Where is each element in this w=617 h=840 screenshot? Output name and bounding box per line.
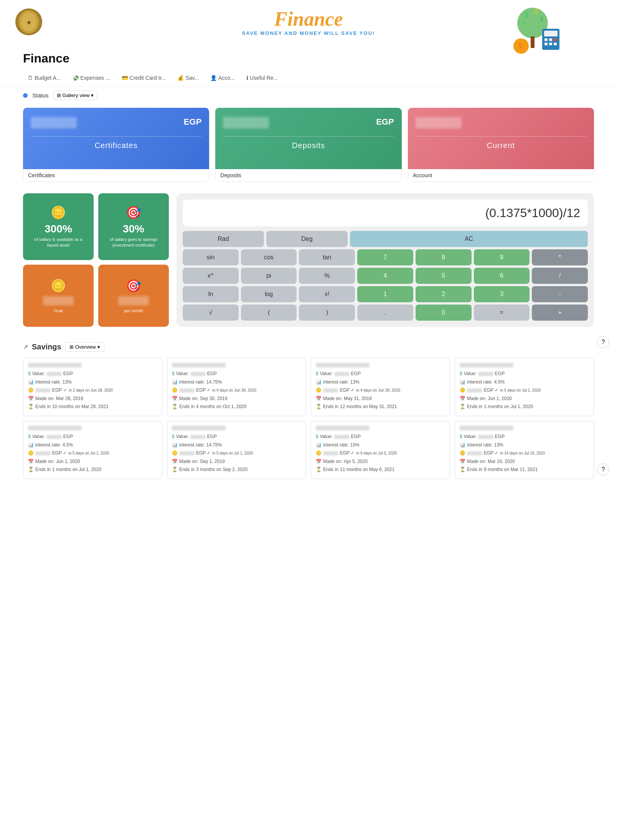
calc-pi[interactable]: pi (241, 268, 297, 284)
deposits-card[interactable]: EGP Deposits Deposits (215, 108, 401, 182)
saving-egp-row-1: 🪙 EGP ✓ in 2 days on Jun 28, 2020 (28, 386, 157, 395)
per-month-label: per month (124, 308, 143, 313)
calc-8[interactable]: 8 (416, 249, 472, 265)
end-icon-6: ⏳ (172, 466, 178, 474)
chart-icon-8: 📊 (460, 441, 465, 450)
calculator: (0.1375*1000)/12 Rad Deg AC sin cos tan … (177, 193, 594, 327)
saving-card-8[interactable]: $ Value: EGP 📊 interest rate: 13% 🪙 EGP … (455, 421, 594, 479)
nav-tabs: 🗒 Budget A... 💸 Expenses ... 💳 Credit Ca… (0, 69, 617, 87)
coin-icon-8: 🪙 (460, 449, 465, 458)
calc-ac[interactable]: AC (350, 231, 588, 247)
widget-300pct: 🪙 300% of sallary is available as a liqu… (23, 193, 94, 260)
cal-icon-7: 📅 (316, 458, 322, 466)
help-button-1[interactable]: ? (597, 336, 609, 348)
value-label-1: Value: (32, 370, 45, 378)
saving-made-row-1: 📅 Made on: Mar 28, 2019 (28, 395, 157, 403)
svg-text:$: $ (525, 11, 529, 19)
cal-icon-8: 📅 (460, 458, 465, 466)
saving-card-2[interactable]: $ Value: EGP 📊 interest rate: 14.75% 🪙 E… (167, 358, 306, 416)
svg-rect-11 (544, 38, 548, 41)
chart-icon-5: 📊 (28, 441, 34, 450)
dollar-icon-3: $ (316, 370, 318, 378)
svg-text:$: $ (535, 8, 538, 15)
overview-label: Overview (75, 344, 96, 350)
widget-30pct: 🎯 30% of sallary goes to savings (invest… (98, 193, 169, 260)
calc-rad[interactable]: Rad (183, 231, 264, 247)
tab-useful-label: Useful Re... (250, 75, 278, 81)
calc-4[interactable]: 4 (357, 268, 413, 284)
certificates-card[interactable]: EGP Certificates Certificates (23, 108, 209, 182)
calc-minus[interactable]: - (532, 286, 588, 302)
dollar-icon-8: $ (460, 433, 462, 441)
saving-title-blur-1 (28, 363, 82, 367)
calc-row-1: Rad Deg AC (183, 231, 588, 247)
calc-sqrt[interactable]: √ (183, 305, 239, 321)
widgets-section: 🪙 300% of sallary is available as a liqu… (0, 189, 617, 334)
tab-savings[interactable]: 💰 Sav... (173, 72, 203, 83)
goal-value-blur (43, 296, 74, 305)
tab-credit[interactable]: 💳 Credit Card tr... (117, 72, 171, 83)
saving-card-6[interactable]: $ Value: EGP 📊 interest rate: 14.75% 🪙 E… (167, 421, 306, 479)
calc-pct[interactable]: % (299, 268, 355, 284)
current-account-card[interactable]: Current Account (408, 108, 594, 182)
saving-card-4[interactable]: $ Value: EGP 📊 interest rate: 4.5% 🪙 EGP… (455, 358, 594, 416)
dollar-icon-5: $ (28, 433, 31, 441)
funnel-icon: 🎯 (126, 205, 141, 220)
calc-open-paren[interactable]: ( (241, 305, 297, 321)
tab-expenses[interactable]: 💸 Expenses ... (68, 72, 115, 83)
budget-icon: 🗒 (28, 75, 33, 81)
tab-useful[interactable]: ℹ Useful Re... (242, 72, 282, 83)
tab-expenses-label: Expenses ... (81, 75, 110, 81)
saving-card-3[interactable]: $ Value: EGP 📊 interest rate: 13% 🪙 EGP … (311, 358, 450, 416)
gallery-icon: ⊞ (57, 92, 61, 98)
calc-display: (0.1375*1000)/12 (183, 199, 588, 226)
help-button-2[interactable]: ? (597, 463, 609, 476)
calc-5[interactable]: 5 (416, 268, 472, 284)
header: ⚜ Finance SAVE MONEY AND MONEY WILL SAVE… (0, 0, 617, 44)
tab-accounts[interactable]: 👤 Acco... (206, 72, 239, 83)
calc-multiply[interactable]: * (532, 249, 588, 265)
calc-xpow[interactable]: x^ (183, 268, 239, 284)
gallery-view-label: Gallery view (63, 92, 90, 98)
calc-display-value: (0.1375*1000)/12 (485, 206, 580, 220)
widgets-left: 🪙 300% of sallary is available as a liqu… (23, 193, 169, 327)
calc-2[interactable]: 2 (416, 286, 472, 302)
calc-dot[interactable]: . (357, 305, 413, 321)
saving-card-1[interactable]: $ Value: EGP 📊 interest rate: 13% 🪙 EGP … (23, 358, 162, 416)
calc-ln[interactable]: ln (183, 286, 239, 302)
calc-3[interactable]: 3 (474, 286, 530, 302)
calc-1[interactable]: 1 (357, 286, 413, 302)
calc-cos[interactable]: cos (241, 249, 297, 265)
calc-log[interactable]: log (241, 286, 297, 302)
coin-icon-5: 🪙 (28, 449, 34, 458)
tab-budget[interactable]: 🗒 Budget A... (23, 72, 66, 83)
coin-icon-2: 🪙 (172, 386, 178, 395)
certificates-currency: EGP (184, 117, 201, 127)
current-amount (416, 117, 462, 128)
header-logo: ⚜ (15, 8, 42, 35)
calc-divide[interactable]: / (532, 268, 588, 284)
calc-factorial[interactable]: x! (299, 286, 355, 302)
calc-close-paren[interactable]: ) (299, 305, 355, 321)
calc-deg[interactable]: Deg (266, 231, 348, 247)
per-month-value-blur (118, 296, 149, 305)
calc-0[interactable]: 0 (416, 305, 472, 321)
status-dot (23, 93, 28, 98)
overview-button[interactable]: ⊞ Overview ▾ (65, 342, 104, 352)
interest-label-1: interest rate: (35, 378, 61, 387)
calc-sin[interactable]: sin (183, 249, 239, 265)
calc-row-4: ln log x! 1 2 3 - (183, 286, 588, 302)
calc-equals[interactable]: = (474, 305, 530, 321)
gallery-view-button[interactable]: ⊞ Gallery view ▾ (53, 91, 97, 100)
coin-icon-3: 🪙 (316, 386, 322, 395)
calc-tan[interactable]: tan (299, 249, 355, 265)
calc-9[interactable]: 9 (474, 249, 530, 265)
cards-row: EGP Certificates Certificates EGP Deposi… (23, 108, 594, 182)
saving-card-5[interactable]: $ Value: EGP 📊 interest rate: 4.5% 🪙 EGP… (23, 421, 162, 479)
end-icon-4: ⏳ (460, 403, 465, 411)
saving-card-7[interactable]: $ Value: EGP 📊 interest rate: 15% 🪙 EGP … (311, 421, 450, 479)
calc-7[interactable]: 7 (357, 249, 413, 265)
calc-plus[interactable]: + (532, 305, 588, 321)
calc-6[interactable]: 6 (474, 268, 530, 284)
coins-icon: 🪙 (51, 205, 66, 220)
